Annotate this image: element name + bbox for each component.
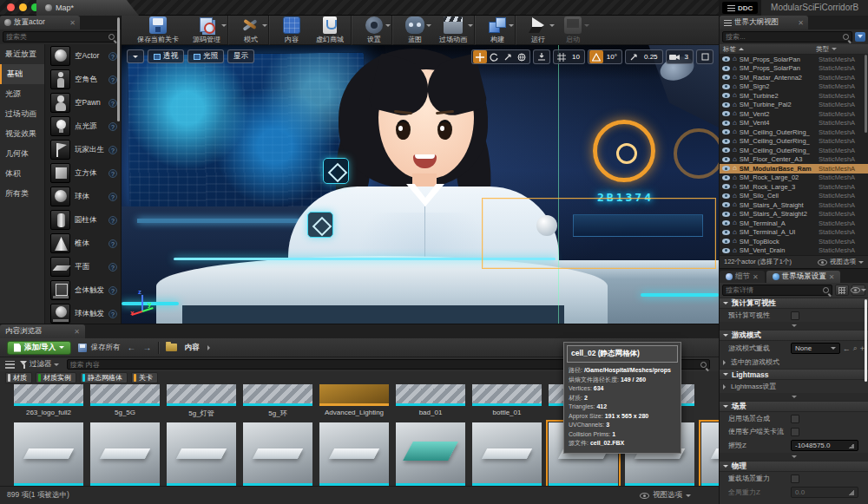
angle-snap-value[interactable]: 10° [603, 53, 621, 61]
section-lightmass[interactable]: Lightmass [720, 369, 868, 380]
outliner-row[interactable]: SM_Turbine_Pal2 StaticMeshA [720, 101, 868, 110]
toolbar-button[interactable]: 蓝图 [398, 16, 432, 45]
details-scrollbar[interactable] [865, 299, 867, 382]
placeable-actor-item[interactable]: 椎体 [45, 232, 121, 255]
close-window-button[interactable] [7, 3, 15, 11]
asset-tile[interactable]: bad_01 [396, 384, 465, 418]
outliner-row[interactable]: SM_Terminal_A_UI StaticMeshA [720, 228, 868, 238]
asset-tile[interactable] [472, 422, 542, 486]
back-button[interactable]: ← [127, 343, 135, 352]
place-actors-tab[interactable]: 放置actor [0, 16, 80, 29]
help-icon[interactable] [108, 75, 117, 84]
outliner-row[interactable]: SM_Silo_Cell StaticMeshA [720, 192, 868, 201]
minimize-window-button[interactable] [19, 3, 27, 11]
asset-tile[interactable] [319, 422, 389, 486]
visibility-eye-icon[interactable] [722, 121, 730, 126]
outliner-row[interactable]: SM_TopBlock StaticMeshA [720, 237, 868, 246]
outliner-view-options-button[interactable]: 视图选项 [818, 258, 864, 266]
add-import-button[interactable]: 添加/导入 [7, 341, 71, 355]
close-tab-icon[interactable] [798, 19, 804, 27]
asset-tile[interactable]: 5g_5G [90, 384, 160, 418]
toolbar-button[interactable]: 保存当前关卡 [130, 16, 186, 45]
breadcrumb[interactable]: 内容 [184, 343, 199, 353]
outliner-row[interactable]: SM_ModularBase_Ram StaticMeshA [720, 164, 868, 173]
asset-tile[interactable]: 5g_灯管 [167, 384, 236, 418]
category-item[interactable]: 光源 [0, 84, 44, 104]
grid-snap-button[interactable] [555, 50, 569, 63]
visibility-eye-icon[interactable] [722, 248, 730, 253]
placeable-actor-item[interactable]: 圆柱体 [45, 208, 121, 232]
actor-sprite-icon[interactable] [307, 212, 333, 238]
filter-chip[interactable]: 静态网格体 [80, 372, 128, 383]
outliner-row[interactable]: SM_Vent2 StaticMeshA [720, 109, 868, 119]
toolbar-button[interactable]: 启动 [556, 16, 590, 45]
outliner-row[interactable]: SM_Floor_Center_A3 StaticMeshA [720, 155, 868, 165]
category-item[interactable]: 视觉效果 [0, 124, 44, 144]
type-column-header[interactable]: 类型 [816, 45, 829, 54]
placeable-actor-item[interactable]: 平面 [45, 255, 121, 278]
placeable-actor-item[interactable]: 盒体触发器 [45, 278, 121, 302]
section-game-mode[interactable]: 游戏模式 [720, 330, 868, 341]
category-item[interactable]: 所有类 [0, 184, 44, 204]
precomputed-visibility-checkbox[interactable] [791, 311, 799, 320]
help-icon[interactable] [108, 310, 117, 318]
perspective-button[interactable]: 透视 [148, 49, 184, 63]
category-item[interactable]: 体积 [0, 164, 44, 184]
lightmass-settings-category[interactable]: Lightmass设置 [720, 380, 868, 393]
override-gravity-checkbox[interactable] [791, 475, 799, 483]
scale-tool-button[interactable] [501, 50, 515, 63]
actor-sprite-icon[interactable] [323, 158, 349, 184]
outliner-filter-icon[interactable] [855, 32, 865, 42]
show-button[interactable]: 显示 [227, 49, 254, 63]
filter-chip[interactable]: 关卡 [131, 372, 158, 383]
outliner-search-box[interactable] [722, 31, 852, 43]
toolbar-button[interactable]: 模式 [233, 16, 269, 45]
visibility-eye-icon[interactable] [722, 157, 730, 162]
camera-speed-value[interactable]: 3 [681, 53, 692, 61]
viewport-options-button[interactable] [127, 49, 144, 63]
help-icon[interactable] [108, 286, 117, 295]
outliner-row[interactable]: SM_Vent_Drain StaticMeshA [720, 246, 868, 256]
scale-snap-button[interactable] [627, 50, 641, 63]
visibility-eye-icon[interactable] [722, 102, 730, 108]
outliner-row[interactable]: SM_Props_SolarPan StaticMeshA [720, 64, 868, 74]
camera-speed-button[interactable] [667, 50, 681, 63]
selected-gamemode-category[interactable]: 选中的游戏模式 [720, 356, 868, 369]
filters-button[interactable]: 过滤器 [20, 359, 59, 370]
placeable-actor-item[interactable]: 球体 [45, 185, 121, 208]
asset-tile[interactable] [90, 422, 160, 486]
outliner-row[interactable]: SM_Ceiling_OuterRing_ StaticMeshA [720, 137, 868, 147]
asset-tile[interactable]: 263_logo_full2 [14, 384, 83, 418]
dropdown-arrow-icon[interactable] [468, 24, 473, 29]
toolbar-button[interactable]: 过场动画 [432, 16, 475, 45]
placeable-actor-item[interactable]: 空Pawn [45, 91, 121, 115]
outliner-row[interactable]: SM_Ceiling_OuterRing_ StaticMeshA [720, 128, 868, 137]
details-tab[interactable]: 细节 [720, 271, 765, 283]
outliner-row[interactable]: SM_Props_SolarPan StaticMeshA [720, 55, 868, 64]
help-icon[interactable] [108, 263, 117, 272]
browse-icon[interactable]: ⌕ [853, 344, 858, 353]
outliner-row[interactable]: SM_Turbine2 StaticMeshA [720, 91, 868, 101]
breadcrumb-arrow-icon[interactable] [207, 345, 213, 350]
grid-snap-value[interactable]: 10 [569, 53, 583, 61]
dropdown-arrow-icon[interactable] [584, 24, 589, 29]
category-item[interactable]: 过场动画 [0, 104, 44, 124]
class-search-input[interactable] [6, 33, 108, 41]
outliner-row[interactable]: SM_Ceiling_OuterRing_ StaticMeshA [720, 146, 868, 155]
display-filter-button[interactable] [852, 285, 865, 296]
toolbar-button[interactable]: 运行 [521, 16, 556, 45]
close-tab-icon[interactable] [69, 19, 76, 27]
asset-tile[interactable] [701, 422, 719, 486]
visibility-eye-icon[interactable] [722, 212, 730, 217]
property-matrix-button[interactable] [835, 285, 849, 296]
help-icon[interactable] [108, 146, 117, 154]
filter-chip[interactable]: 材质 [5, 372, 32, 383]
visibility-eye-icon[interactable] [722, 230, 730, 235]
details-search-input[interactable] [726, 286, 823, 294]
scale-snap-value[interactable]: 0.25 [641, 53, 661, 61]
visibility-eye-icon[interactable] [722, 111, 730, 116]
visibility-eye-icon[interactable] [722, 56, 730, 62]
gamemode-override-dropdown[interactable]: None [791, 343, 840, 354]
toolbar-button[interactable]: 虚幻商城 [309, 16, 352, 45]
placeable-actor-item[interactable]: 空Actor [45, 44, 121, 68]
